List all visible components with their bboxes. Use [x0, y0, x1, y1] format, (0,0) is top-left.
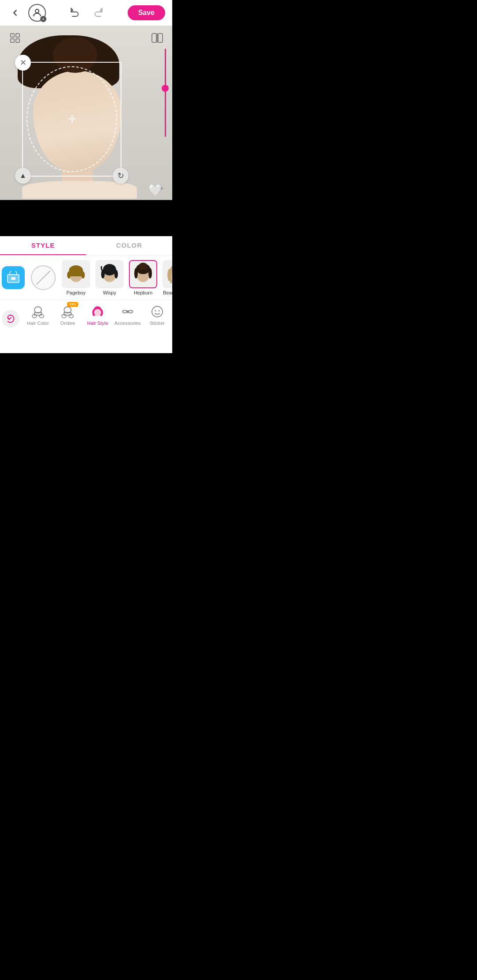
hair-item-wispy-label: Wispy [103, 290, 116, 295]
style-tabs: STYLE COLOR [0, 236, 172, 256]
hair-item-hepburn-label: Hepburn [134, 290, 152, 295]
nav-item-sticker[interactable]: Sticker [142, 302, 172, 328]
bottom-panel: STYLE COLOR [0, 236, 172, 353]
hair-item-pageboy-label: Pageboy [66, 290, 85, 295]
svg-point-52 [159, 310, 160, 312]
ombre-icon: TRY [60, 304, 76, 320]
svg-point-16 [103, 264, 116, 275]
no-style-circle [31, 265, 56, 290]
svg-point-21 [134, 268, 138, 279]
svg-rect-6 [158, 34, 163, 42]
hair-item-none[interactable] [28, 265, 58, 290]
svg-rect-2 [16, 34, 19, 37]
tab-style[interactable]: STYLE [0, 236, 86, 255]
try-badge-ombre: TRY [67, 302, 78, 307]
bottom-nav: Hair Color TRY Ombre [0, 300, 172, 331]
svg-point-40 [64, 307, 71, 313]
svg-rect-4 [16, 39, 19, 42]
save-button[interactable]: Save [128, 5, 165, 20]
hair-item-wispy-img [95, 260, 124, 288]
nav-item-hairstyle[interactable]: Hair Style [83, 302, 113, 328]
hair-item-beachwave[interactable]: ↓ Beach Wave [161, 260, 172, 295]
list-icon[interactable] [7, 30, 23, 46]
svg-point-49 [126, 310, 129, 313]
accessories-icon [120, 304, 136, 320]
undo-nav-button[interactable] [0, 310, 23, 328]
accessories-label: Accessories [114, 320, 140, 326]
svg-rect-5 [152, 34, 156, 42]
move-handle[interactable]: ▲ [15, 168, 31, 184]
heart-add-button[interactable]: 🤍+ [148, 183, 166, 197]
nav-item-haircolor[interactable]: Hair Color [23, 302, 53, 328]
hairstyle-label: Hair Style [87, 320, 108, 326]
svg-point-23 [139, 263, 148, 270]
svg-rect-3 [11, 39, 14, 42]
refresh-handle[interactable]: ↻ [113, 168, 129, 184]
svg-point-36 [34, 307, 42, 313]
svg-rect-9 [11, 277, 15, 280]
hair-item-beachwave-label: Beach Wave [163, 290, 172, 295]
undo-button[interactable] [67, 5, 83, 21]
store-icon [2, 266, 25, 289]
selection-box[interactable]: ✛ ✕ ▲ ↻ [22, 62, 121, 177]
svg-point-51 [155, 310, 156, 312]
top-bar: + Save [0, 0, 172, 26]
opacity-slider[interactable] [163, 49, 168, 137]
svg-rect-1 [11, 34, 14, 37]
hair-item-pageboy[interactable]: Pageboy [60, 260, 92, 295]
hair-item-hepburn[interactable]: Hepburn [127, 260, 159, 295]
hair-item-beachwave-img: ↓ [163, 260, 172, 288]
hair-item-wispy[interactable]: Wispy [94, 260, 125, 295]
svg-point-22 [148, 268, 152, 279]
tab-color[interactable]: COLOR [86, 236, 172, 255]
hair-item-hepburn-img [129, 260, 157, 288]
svg-point-50 [152, 306, 163, 317]
haircolor-label: Hair Color [27, 320, 49, 326]
add-avatar-icon: + [40, 16, 46, 22]
svg-rect-14 [69, 274, 83, 276]
hairstyle-icon [90, 304, 106, 320]
avatar-icon[interactable]: + [28, 4, 46, 22]
svg-point-48 [94, 309, 101, 316]
close-handle[interactable]: ✕ [15, 55, 31, 71]
sticker-label: Sticker [150, 320, 165, 326]
hair-style-list: Pageboy Wispy [0, 256, 172, 300]
svg-point-0 [35, 9, 39, 13]
haircolor-icon [30, 304, 46, 320]
back-button[interactable] [7, 5, 23, 21]
hair-item-store[interactable] [0, 266, 26, 289]
compare-icon[interactable] [149, 30, 165, 46]
redo-button[interactable] [90, 5, 106, 21]
hair-item-pageboy-img [62, 260, 90, 288]
svg-point-18 [114, 270, 118, 279]
photo-area: ✛ ✕ ▲ ↻ [13, 35, 141, 194]
image-toolbar [0, 30, 172, 46]
nav-item-ombre[interactable]: TRY Ombre [53, 302, 83, 328]
ombre-label: Ombre [61, 320, 76, 326]
nav-item-accessories[interactable]: Accessories [113, 302, 143, 328]
sticker-icon [149, 304, 165, 320]
